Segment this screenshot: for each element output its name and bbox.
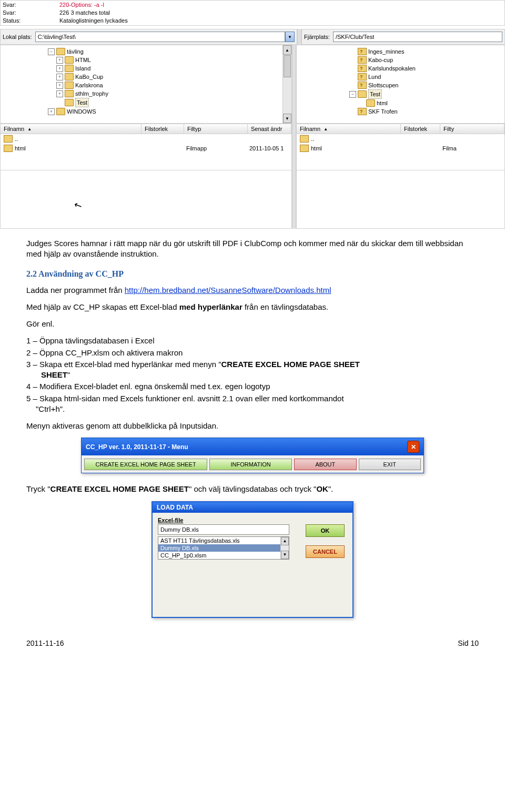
scroll-down-icon[interactable]: ▼ bbox=[283, 114, 291, 123]
file-listbox[interactable]: AST HT11 Tävlingsdatabas.xls Dummy DB.xl… bbox=[158, 536, 289, 560]
expand-icon[interactable] bbox=[56, 74, 63, 80]
paragraph: Tryck "CREATE EXCEL HOME PAGE SHEET" och… bbox=[26, 484, 479, 494]
tree-item[interactable]: Test bbox=[56, 98, 289, 107]
create-sheet-button[interactable]: CREATE EXCEL HOME PAGE SHEET bbox=[84, 459, 207, 470]
tree-item[interactable]: Island bbox=[56, 64, 289, 73]
paragraph: Ladda ner programmet från http://hem.bre… bbox=[26, 285, 479, 296]
tree-item[interactable]: HTML bbox=[56, 56, 289, 64]
tree-item[interactable]: Inges_minnes bbox=[349, 47, 502, 56]
blank-pane: ↖ bbox=[0, 170, 292, 229]
folder-icon bbox=[65, 73, 74, 80]
remote-grid-header[interactable]: Filnamn▲ Filstorlek Filty bbox=[296, 124, 505, 134]
page-footer: 2011-11-16 Sid 10 bbox=[26, 639, 479, 647]
expand-icon[interactable] bbox=[56, 82, 63, 89]
tree-item[interactable]: tävling bbox=[48, 47, 289, 56]
table-row[interactable]: htmlFilma bbox=[297, 144, 504, 153]
folder-icon bbox=[366, 99, 375, 107]
folder-icon bbox=[358, 108, 367, 115]
paragraph: Med hjälp av CC_HP skapas ett Excel-blad… bbox=[26, 302, 479, 312]
folder-icon bbox=[300, 145, 309, 152]
folder-icon bbox=[358, 82, 367, 89]
table-row[interactable]: .. bbox=[1, 134, 291, 144]
local-path-input[interactable] bbox=[35, 32, 285, 42]
folder-icon bbox=[358, 56, 367, 64]
folder-icon bbox=[65, 56, 74, 64]
tree-item[interactable]: Test bbox=[349, 89, 502, 99]
remote-path-input[interactable] bbox=[333, 32, 502, 42]
folder-icon bbox=[358, 90, 367, 98]
local-path-label: Lokal plats: bbox=[3, 34, 32, 40]
expand-icon[interactable] bbox=[56, 90, 63, 97]
tree-item[interactable]: WINDOWS bbox=[48, 107, 289, 116]
folder-icon bbox=[56, 108, 65, 115]
tree-item[interactable]: SKF Trofen bbox=[349, 107, 502, 116]
remote-grid[interactable]: ..htmlFilma bbox=[296, 134, 505, 170]
about-button[interactable]: ABOUT bbox=[294, 459, 356, 470]
tree-item[interactable]: Karlslundspokalen bbox=[349, 64, 502, 73]
document-body: Judges Scores hamnar i rätt mapp när du … bbox=[26, 238, 479, 618]
scrollbar-vertical[interactable]: ▲ ▼ bbox=[280, 537, 289, 559]
list-item[interactable]: AST HT11 Tävlingsdatabas.xls bbox=[158, 537, 289, 544]
folder-icon bbox=[358, 48, 367, 55]
folder-icon bbox=[65, 65, 74, 72]
local-grid-header[interactable]: Filnamn▲ Filstorlek Filtyp Senast ändr bbox=[0, 124, 292, 134]
load-data-dialog: LOAD DATA Excel-file AST HT11 Tävlingsda… bbox=[152, 501, 354, 618]
local-grid[interactable]: ..htmlFilmapp2011-10-05 1 bbox=[0, 134, 292, 170]
download-link[interactable]: http://hem.bredband.net/SusanneSoftware/… bbox=[125, 286, 331, 295]
expand-icon[interactable] bbox=[48, 108, 55, 115]
scroll-up-icon[interactable]: ▲ bbox=[283, 45, 291, 55]
remote-tree[interactable]: Inges_minnesKabo-cupKarlslundspokalenLun… bbox=[296, 45, 505, 124]
dialog-titlebar[interactable]: CC_HP ver. 1.0, 2011-11-17 - Menu ✕ bbox=[82, 438, 423, 455]
expand-icon[interactable] bbox=[56, 65, 63, 72]
folder-icon bbox=[358, 65, 367, 72]
table-row[interactable]: htmlFilmapp2011-10-05 1 bbox=[1, 144, 291, 153]
table-row[interactable]: .. bbox=[297, 134, 504, 144]
tree-item[interactable]: KaBo_Cup bbox=[56, 73, 289, 81]
expand-icon[interactable] bbox=[56, 57, 63, 64]
ok-button[interactable]: OK bbox=[306, 524, 345, 537]
scroll-up-icon[interactable]: ▲ bbox=[281, 537, 289, 545]
list-item[interactable]: CC_HP_1p0.xlsm bbox=[158, 552, 289, 559]
chevron-down-icon[interactable]: ▼ bbox=[285, 32, 295, 42]
tree-item[interactable]: Lund bbox=[349, 73, 502, 81]
collapse-icon[interactable] bbox=[349, 91, 356, 98]
collapse-icon[interactable] bbox=[48, 48, 55, 55]
scroll-thumb[interactable] bbox=[284, 55, 291, 77]
dialog-titlebar[interactable]: LOAD DATA bbox=[153, 502, 352, 513]
tree-item[interactable]: html bbox=[358, 99, 502, 107]
folder-icon bbox=[65, 99, 74, 106]
cancel-button[interactable]: CANCEL bbox=[306, 545, 345, 558]
ftp-client-screenshot: Svar: Svar: Status: 220-Options: -a -l 2… bbox=[0, 0, 505, 229]
remote-path-panel: Fjärrplats: bbox=[301, 29, 505, 45]
sort-asc-icon: ▲ bbox=[324, 127, 328, 131]
local-path-panel: Lokal plats: ▼ bbox=[0, 29, 297, 45]
exit-button[interactable]: EXIT bbox=[359, 459, 421, 470]
local-tree[interactable]: tävlingHTMLIslandKaBo_CupKarlskronasthlm… bbox=[0, 45, 292, 124]
folder-icon bbox=[300, 135, 309, 143]
status-messages: 220-Options: -a -l 226 3 matches total K… bbox=[57, 1, 504, 25]
paragraph: Gör enl. bbox=[26, 319, 479, 329]
information-button[interactable]: INFORMATION bbox=[209, 459, 292, 470]
tree-item[interactable]: sthlm_trophy bbox=[56, 89, 289, 98]
tree-item[interactable]: Kabo-cup bbox=[349, 56, 502, 64]
folder-icon bbox=[4, 145, 13, 152]
excel-file-input[interactable] bbox=[158, 524, 289, 535]
dialog-title: CC_HP ver. 1.0, 2011-11-17 - Menu bbox=[86, 443, 188, 451]
heading-2-2: 2.2 Användning av CC_HP bbox=[26, 269, 479, 279]
tree-item[interactable]: Karlskrona bbox=[56, 81, 289, 89]
folder-icon bbox=[65, 90, 74, 97]
scroll-down-icon[interactable]: ▼ bbox=[281, 551, 289, 559]
status-panel: Svar: Svar: Status: 220-Options: -a -l 2… bbox=[0, 0, 505, 26]
scrollbar-vertical[interactable]: ▲ ▼ bbox=[282, 45, 291, 123]
folder-icon bbox=[4, 135, 13, 143]
status-labels: Svar: Svar: Status: bbox=[1, 1, 57, 25]
close-icon[interactable]: ✕ bbox=[407, 441, 419, 453]
tree-item[interactable]: Slottscupen bbox=[349, 81, 502, 89]
list-item[interactable]: Dummy DB.xls bbox=[158, 544, 289, 552]
paragraph: Menyn aktiveras genom att dubbelklicka p… bbox=[26, 421, 479, 431]
folder-icon bbox=[56, 48, 65, 55]
step-list: 1 – Öppna tävlingsdatabasen i Excel 2 – … bbox=[26, 336, 479, 414]
footer-date: 2011-11-16 bbox=[26, 639, 64, 647]
folder-icon bbox=[65, 82, 74, 89]
cc-hp-menu-dialog: CC_HP ver. 1.0, 2011-11-17 - Menu ✕ CREA… bbox=[81, 438, 424, 473]
